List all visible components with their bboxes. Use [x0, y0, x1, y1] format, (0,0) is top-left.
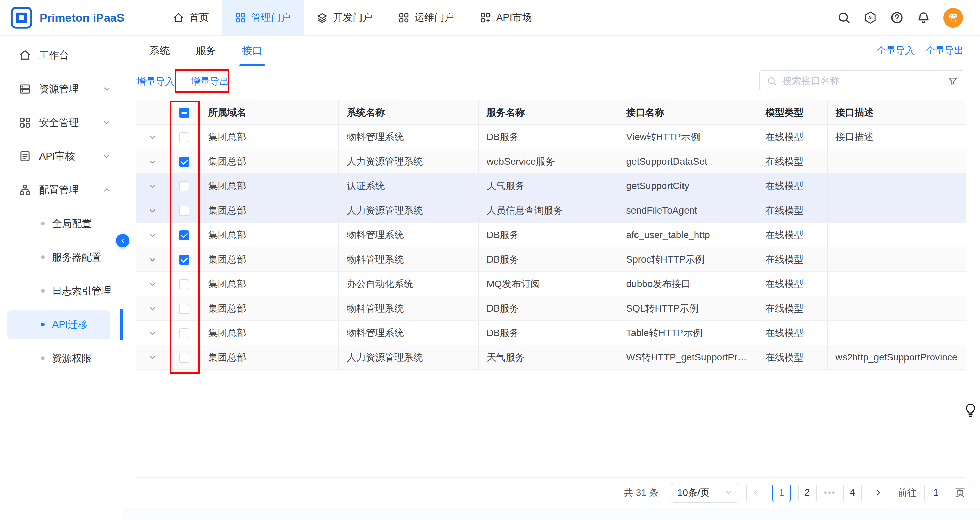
page-size-value: 10条/页 [678, 486, 710, 499]
cell-model: 在线模型 [757, 321, 827, 345]
sidebar-item-resource-permission[interactable]: 资源权限 [0, 341, 123, 375]
chevron-down-icon[interactable] [148, 280, 157, 289]
chevron-down-icon[interactable] [148, 158, 157, 166]
row-expand-cell[interactable] [137, 345, 169, 370]
full-import-link[interactable]: 全量导入 [877, 44, 915, 57]
page-button-1[interactable]: 1 [772, 484, 791, 502]
row-checkbox[interactable] [179, 328, 189, 338]
cell-desc: ws2http_getSupportProvince [827, 345, 966, 370]
chevron-down-icon[interactable] [148, 305, 157, 313]
row-expand-cell[interactable] [137, 321, 169, 345]
row-checkbox-cell[interactable] [169, 247, 200, 272]
table-row: 集团总部物料管理系统DB服务Table转HTTP示例在线模型 [137, 321, 966, 345]
row-expand-cell[interactable] [137, 223, 169, 247]
sidebar-item-config[interactable]: 配置管理 [0, 173, 123, 207]
row-checkbox-cell[interactable] [169, 272, 200, 296]
expand-column-header [137, 100, 169, 125]
chevron-left-icon [752, 489, 760, 497]
row-expand-cell[interactable] [137, 247, 169, 272]
sidebar-item-security[interactable]: 安全管理 [0, 106, 123, 140]
nav-item-ops-portal[interactable]: 运维门户 [385, 0, 467, 35]
sidebar-item-workbench[interactable]: 工作台 [0, 38, 123, 72]
nav-item-admin-portal[interactable]: 管理门户 [222, 0, 304, 35]
row-expand-cell[interactable] [137, 174, 169, 198]
cell-model: 在线模型 [757, 345, 827, 370]
table-row: 集团总部人力资源管理系统webService服务getSupportDataSe… [137, 149, 966, 174]
row-expand-cell[interactable] [137, 198, 169, 223]
cell-domain: 集团总部 [200, 345, 338, 370]
row-checkbox[interactable] [179, 279, 189, 289]
incremental-import-link[interactable]: 增量导入 [137, 75, 175, 88]
row-expand-cell[interactable] [137, 296, 169, 321]
chevron-down-icon[interactable] [148, 133, 157, 141]
sidebar-item-resources[interactable]: 资源管理 [0, 72, 123, 106]
row-checkbox-cell[interactable] [169, 198, 200, 223]
chevron-down-icon[interactable] [148, 182, 157, 190]
page-size-select[interactable]: 10条/页 [671, 483, 739, 503]
nav-item-dev-portal[interactable]: 开发门户 [304, 0, 385, 35]
row-checkbox[interactable] [179, 353, 189, 363]
prev-page-button[interactable] [746, 484, 765, 502]
lightbulb-icon[interactable] [964, 403, 977, 418]
chevron-down-icon [724, 489, 733, 497]
row-expand-cell[interactable] [137, 272, 169, 296]
brand[interactable]: Primeton iPaaS [0, 6, 160, 29]
sidebar-item-global-config[interactable]: 全局配置 [0, 207, 123, 241]
row-expand-cell[interactable] [137, 149, 169, 174]
row-checkbox-cell[interactable] [169, 125, 200, 149]
cell-system: 人力资源管理系统 [338, 149, 478, 174]
row-checkbox-cell[interactable] [169, 149, 200, 174]
nav-label: 运维门户 [415, 11, 454, 24]
next-page-button[interactable] [869, 484, 888, 502]
notifications-bell-icon[interactable] [917, 11, 930, 24]
row-checkbox[interactable] [179, 304, 189, 314]
page-ellipsis[interactable]: ••• [824, 488, 836, 498]
chevron-down-icon[interactable] [148, 329, 157, 338]
row-checkbox[interactable] [179, 132, 189, 143]
ai-assistant-icon[interactable]: AI [864, 11, 877, 24]
goto-page-input[interactable] [924, 484, 948, 502]
chevron-down-icon[interactable] [148, 207, 157, 215]
row-checkbox[interactable] [179, 206, 189, 216]
row-checkbox-cell[interactable] [169, 345, 200, 370]
cell-service: DB服务 [478, 223, 618, 247]
sidebar-item-api-migration[interactable]: API迁移 [0, 308, 123, 341]
tab-service[interactable]: 服务 [196, 36, 216, 66]
sidebar-item-api-review[interactable]: API审核 [0, 140, 123, 173]
chevron-down-icon[interactable] [148, 354, 157, 362]
filter-icon[interactable] [948, 76, 958, 86]
sidebar-item-label: 安全管理 [39, 116, 79, 130]
incremental-export-link[interactable]: 增量导出 [191, 75, 229, 88]
full-export-link[interactable]: 全量导出 [926, 44, 964, 57]
nav-item-api-market[interactable]: API市场 [467, 0, 545, 35]
row-checkbox[interactable] [179, 230, 189, 241]
tab-system[interactable]: 系统 [150, 36, 170, 66]
row-checkbox[interactable] [179, 157, 189, 167]
sidebar-item-log-index[interactable]: 日志索引管理 [0, 274, 123, 308]
help-icon[interactable] [890, 11, 904, 24]
search-interface-input[interactable] [782, 76, 942, 86]
row-checkbox[interactable] [179, 181, 189, 192]
user-avatar[interactable]: 管 [943, 8, 963, 27]
row-checkbox-cell[interactable] [169, 174, 200, 198]
tab-interface[interactable]: 接口 [242, 36, 262, 66]
row-checkbox-cell[interactable] [169, 223, 200, 247]
row-checkbox[interactable] [179, 255, 189, 265]
search-icon[interactable] [837, 11, 851, 24]
chevron-down-icon[interactable] [148, 256, 157, 264]
row-checkbox-cell[interactable] [169, 296, 200, 321]
goto-suffix: 页 [956, 486, 965, 499]
row-expand-cell[interactable] [137, 125, 169, 149]
sidebar-collapse-toggle[interactable] [116, 234, 129, 247]
chevron-down-icon [102, 85, 111, 94]
row-checkbox-cell[interactable] [169, 321, 200, 345]
page-button-4[interactable]: 4 [843, 484, 862, 502]
select-all-header[interactable] [169, 100, 200, 125]
select-all-checkbox[interactable] [179, 108, 189, 118]
page-button-2[interactable]: 2 [798, 484, 817, 502]
cell-desc [827, 198, 966, 223]
nav-item-home[interactable]: 首页 [160, 0, 222, 35]
cell-system: 人力资源管理系统 [338, 345, 478, 370]
sidebar-item-server-config[interactable]: 服务器配置 [0, 241, 123, 274]
chevron-down-icon[interactable] [148, 231, 157, 239]
